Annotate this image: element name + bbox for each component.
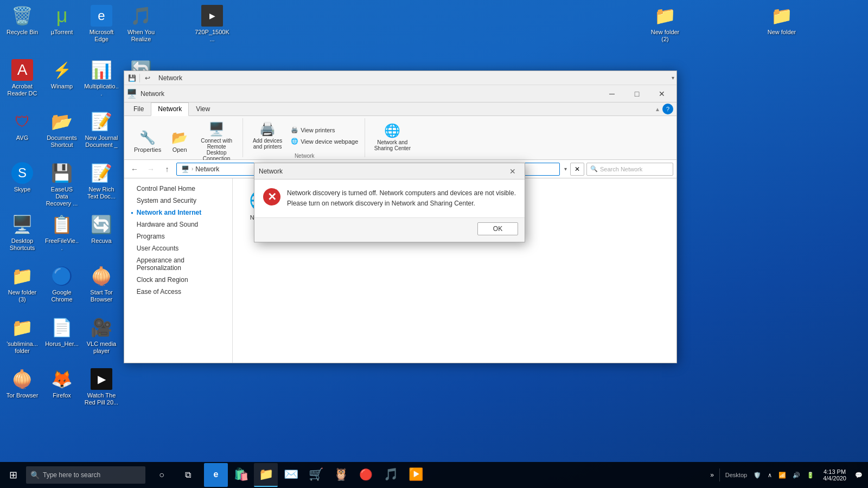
taskbar-right: » Desktop 🛡️ ∧ 📶 🔊 🔋 4:13 PM 4/4/2020 💬 — [709, 467, 868, 483]
refresh-button[interactable]: ✕ — [570, 163, 584, 176]
search-box[interactable]: 🔍 Search Network — [586, 163, 673, 176]
dialog-close-button[interactable]: ✕ — [505, 164, 520, 179]
tray-network[interactable]: 📶 — [777, 471, 787, 480]
sidebar-network-internet[interactable]: Network and Internet — [124, 207, 232, 219]
clock-time: 4:13 PM — [824, 468, 846, 475]
back-button[interactable]: ← — [127, 162, 142, 176]
ribbon-group-location: 🔧 Properties 📂 Open 🖥️ Connect with Remo… — [126, 118, 243, 157]
sidebar-programs[interactable]: Programs — [124, 230, 232, 242]
connect-remote-button[interactable]: 🖥️ Connect with Remote Desktop Connectio… — [195, 119, 238, 164]
cortana-button[interactable]: ○ — [150, 463, 174, 487]
sidebar: Control Panel Home System and Security N… — [124, 178, 233, 363]
tab-view[interactable]: View — [189, 102, 217, 116]
sidebar-control-panel[interactable]: Control Panel Home — [124, 183, 232, 195]
desktop-shortcuts-icon[interactable]: 🖥️ Desktop Shortcuts — [3, 211, 42, 254]
winamp-icon[interactable]: ⚡ Winamp — [42, 57, 81, 92]
skype-icon[interactable]: S Skype — [3, 160, 42, 195]
taskbar-tripadvisor[interactable]: 🦉 — [329, 463, 353, 487]
task-view-button[interactable]: ⧉ — [176, 463, 200, 487]
720p-icon[interactable]: ▶ 720P_1500K... — [193, 3, 232, 45]
redpill-icon[interactable]: ▶ Watch The Red Pill 20... — [82, 366, 121, 408]
help-button[interactable]: ? — [662, 104, 673, 114]
dialog-footer: OK — [254, 217, 525, 242]
sidebar-user-accounts[interactable]: User Accounts — [124, 242, 232, 254]
rich-text-icon[interactable]: 📝 New Rich Text Doc... — [82, 160, 121, 202]
taskbar-middle: ○ ⧉ — [150, 463, 200, 487]
ribbon-collapse[interactable]: ▲ — [655, 106, 660, 112]
taskbar-media-player[interactable]: 🎵 — [379, 463, 403, 487]
tray-notification[interactable]: 💬 — [854, 471, 864, 480]
tab-file[interactable]: File — [126, 102, 151, 116]
view-device-webpage-button[interactable]: 🌐 View device webpage — [289, 137, 360, 146]
tray-separator — [719, 468, 720, 481]
sidebar-appearance[interactable]: Appearance and Personalization — [124, 254, 232, 274]
avg-icon[interactable]: 🛡 AVG — [3, 108, 42, 144]
tray-speaker[interactable]: 🔊 — [792, 471, 801, 480]
tray-overflow[interactable]: » — [709, 470, 715, 480]
qat-save[interactable]: 💾 — [126, 73, 137, 84]
taskbar: ⊞ 🔍 Type here to search ○ ⧉ e 🛍️ 📁 ✉️ 🛒 … — [0, 462, 868, 488]
ok-button[interactable]: OK — [477, 222, 518, 235]
taskbar-mail[interactable]: ✉️ — [279, 463, 303, 487]
acrobat-icon[interactable]: A Acrobat Reader DC — [3, 57, 42, 99]
tray-battery[interactable]: 🔋 — [806, 471, 815, 480]
sidebar-ease-access[interactable]: Ease of Access — [124, 286, 232, 298]
properties-button[interactable]: 🔧 Properties — [131, 128, 164, 155]
network-sharing-center-button[interactable]: 🌐 Network and Sharing Center — [371, 121, 414, 153]
recuva-icon[interactable]: 🔄 Recuva — [82, 211, 121, 247]
sidebar-system-security[interactable]: System and Security — [124, 195, 232, 207]
minimize-button[interactable]: ─ — [599, 85, 624, 102]
taskbar-clock[interactable]: 4:13 PM 4/4/2020 — [820, 467, 850, 483]
tor-browser2-icon[interactable]: 🧅 Tor Browser — [3, 366, 42, 401]
utorrent-icon[interactable]: μ µTorrent — [42, 3, 81, 38]
taskbar-amazon[interactable]: 🛒 — [304, 463, 328, 487]
taskbar-opera[interactable]: 🔴 — [354, 463, 378, 487]
add-devices-button[interactable]: 🖨️ Add devices and printers — [248, 119, 286, 152]
start-button[interactable]: ⊞ — [0, 462, 26, 488]
sidebar-hardware-sound[interactable]: Hardware and Sound — [124, 219, 232, 230]
taskbar-edge[interactable]: e — [204, 463, 228, 487]
tray-desktop-label[interactable]: Desktop — [724, 471, 748, 479]
documents-shortcut-icon[interactable]: 📂 Documents Shortcut — [42, 108, 81, 151]
horus-icon[interactable]: 📄 Horus_Her... — [42, 314, 81, 350]
path-dropdown[interactable]: ▾ — [564, 166, 567, 172]
taskbar-bsplayer[interactable]: ▶️ — [404, 463, 427, 487]
maximize-button[interactable]: □ — [624, 85, 649, 102]
taskbar-file-explorer[interactable]: 📁 — [254, 463, 278, 487]
new-folder-2-icon[interactable]: 📁 New folder (2) — [646, 3, 685, 45]
sharing-buttons: 🌐 Network and Sharing Center — [371, 119, 414, 155]
firefox-icon[interactable]: 🦊 Firefox — [42, 366, 81, 401]
new-folder-right-icon[interactable]: 📁 New folder — [762, 3, 801, 38]
subliminal-icon[interactable]: 📁 'sublimina... folder — [3, 314, 42, 357]
tor-browser-icon[interactable]: 🧅 Start Tor Browser — [82, 263, 121, 305]
taskbar-search-icon: 🔍 — [30, 471, 40, 479]
new-folder-3-icon[interactable]: 📁 New folder (3) — [3, 263, 42, 305]
search-icon: 🔍 — [590, 165, 598, 172]
forward-button[interactable]: → — [144, 162, 158, 176]
taskbar-store[interactable]: 🛍️ — [229, 463, 253, 487]
tray-antivirus[interactable]: 🛡️ — [752, 471, 762, 480]
qat-chevron[interactable]: ▾ — [672, 75, 674, 81]
up-button[interactable]: ↑ — [160, 162, 174, 176]
when-you-realize-icon[interactable]: 🎵 When You Realize — [122, 3, 161, 45]
edge-icon[interactable]: e Microsoft Edge — [82, 3, 121, 45]
chrome-icon[interactable]: 🔵 Google Chrome — [42, 263, 81, 305]
freefileview-icon[interactable]: 📋 FreeFileVie... — [42, 211, 81, 254]
easeus-icon[interactable]: 💾 EaseUS Data Recovery ... — [42, 160, 81, 210]
vlc-icon[interactable]: 🎥 VLC media player — [82, 314, 121, 357]
tray-chevron[interactable]: ∧ — [767, 471, 773, 480]
taskbar-search[interactable]: 🔍 Type here to search — [26, 466, 145, 484]
view-printers-button[interactable]: 🖨️ View printers — [289, 125, 360, 134]
new-journal-icon[interactable]: 📝 New Journal Document _ — [82, 108, 121, 151]
recycle-bin-icon[interactable]: 🗑️ Recycle Bin — [3, 3, 42, 38]
sidebar-clock-region[interactable]: Clock and Region — [124, 274, 232, 286]
window-controls: ─ □ ✕ — [599, 85, 674, 102]
close-button[interactable]: ✕ — [649, 85, 674, 102]
open-button[interactable]: 📂 Open — [167, 128, 193, 155]
taskbar-pinned-apps: e 🛍️ 📁 ✉️ 🛒 🦉 🔴 🎵 ▶️ — [204, 463, 427, 487]
tab-network[interactable]: Network — [151, 102, 189, 116]
multiplication-icon[interactable]: 📊 Multiplicatio... — [82, 57, 121, 99]
qat-undo[interactable]: ↩ — [142, 73, 153, 84]
error-icon: ✕ — [263, 188, 280, 206]
window-title-text: Network — [141, 90, 599, 98]
